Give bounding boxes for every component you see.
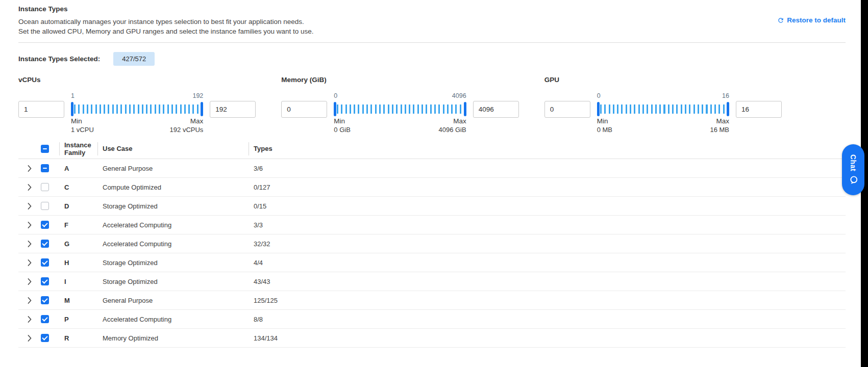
- row-checkbox[interactable]: [41, 277, 49, 285]
- memory-max-input[interactable]: [473, 101, 519, 118]
- use-case-cell: Accelerated Computing: [97, 240, 249, 248]
- memory-slider-section: Memory (GiB) 0 4096 Min Max: [281, 76, 518, 134]
- chat-widget-button[interactable]: Chat: [842, 144, 864, 195]
- expand-row-button[interactable]: [18, 310, 41, 328]
- use-case-cell: Memory Optimized: [97, 334, 249, 342]
- chevron-right-icon: [28, 297, 32, 304]
- expand-row-button[interactable]: [18, 178, 41, 196]
- expand-row-button[interactable]: [18, 234, 41, 253]
- memory-slider-track[interactable]: [334, 101, 466, 117]
- row-checkbox[interactable]: [41, 334, 49, 342]
- row-checkbox-cell: [41, 315, 59, 323]
- types-cell: 125/125: [249, 297, 846, 304]
- expand-row-button[interactable]: [18, 329, 41, 347]
- expand-row-button[interactable]: [18, 197, 41, 215]
- gpu-min-label: Min: [597, 117, 608, 125]
- description-line-1: Ocean automatically manages your instanc…: [18, 17, 846, 27]
- chevron-right-icon: [28, 222, 32, 228]
- memory-max-sublabel: 4096 GiB: [438, 126, 466, 134]
- memory-slider-max-value: 4096: [452, 92, 466, 101]
- types-cell: 0/127: [249, 184, 846, 191]
- selected-summary: Instance Types Selected: 427/572: [18, 51, 846, 66]
- memory-slider-min-handle[interactable]: [334, 102, 336, 116]
- vcpu-slider-max-handle[interactable]: [201, 102, 203, 116]
- vcpu-max-label: Max: [190, 117, 204, 125]
- selected-label: Instance Types Selected:: [18, 55, 100, 63]
- restore-to-default-button[interactable]: Restore to default: [777, 16, 846, 24]
- gpu-slider-track[interactable]: [597, 101, 729, 117]
- chevron-right-icon: [28, 165, 32, 172]
- family-cell: G: [59, 240, 97, 248]
- vcpu-slider-section: vCPUs 1 192 Min Max: [18, 76, 256, 134]
- row-checkbox[interactable]: [41, 183, 49, 191]
- row-checkbox[interactable]: [41, 315, 49, 323]
- column-header-types: Types: [249, 145, 846, 152]
- expand-row-button[interactable]: [18, 159, 41, 177]
- expand-row-button[interactable]: [18, 216, 41, 234]
- gpu-max-label: Max: [716, 117, 729, 125]
- page-title: Instance Types: [18, 5, 846, 13]
- expand-row-button[interactable]: [18, 272, 41, 291]
- vcpu-slider-ticks: [74, 104, 200, 114]
- memory-slider: 0 4096 Min Max 0 GiB 4096 GiB: [334, 92, 466, 134]
- instance-types-panel: Instance Types Ocean automatically manag…: [18, 0, 846, 348]
- chevron-right-icon: [28, 316, 32, 323]
- table-header-row: Instance Family Use Case Types: [18, 139, 846, 159]
- row-checkbox[interactable]: [41, 221, 49, 229]
- memory-slider-title: Memory (GiB): [281, 76, 518, 85]
- row-checkbox[interactable]: [41, 258, 49, 267]
- gpu-slider-min-handle[interactable]: [597, 102, 600, 116]
- instance-family-table: Instance Family Use Case Types A General…: [18, 139, 846, 348]
- types-cell: 8/8: [249, 316, 846, 323]
- gpu-slider: 0 16 Min Max 0 MB 16 MB: [597, 92, 729, 134]
- vcpu-min-input[interactable]: [18, 101, 64, 118]
- row-checkbox[interactable]: [41, 296, 49, 304]
- gpu-slider-max-value: 16: [722, 92, 729, 101]
- gpu-max-input[interactable]: [736, 101, 782, 118]
- vcpu-slider-min-value: 1: [71, 92, 75, 101]
- vcpu-slider-max-value: 192: [192, 92, 203, 101]
- vcpu-min-label: Min: [71, 117, 82, 125]
- table-row: A General Purpose 3/6: [18, 159, 846, 178]
- family-cell: M: [59, 297, 97, 304]
- gpu-min-sublabel: 0 MB: [597, 126, 612, 134]
- vcpu-slider-min-handle[interactable]: [71, 102, 73, 116]
- row-checkbox-cell: [41, 277, 59, 285]
- use-case-cell: General Purpose: [97, 297, 249, 304]
- types-cell: 43/43: [249, 278, 846, 285]
- row-checkbox[interactable]: [41, 240, 49, 248]
- chat-bubble-icon: [849, 175, 858, 185]
- gpu-slider-title: GPU: [544, 76, 782, 85]
- chat-label: Chat: [849, 154, 857, 171]
- family-cell: C: [59, 184, 97, 191]
- chevron-right-icon: [28, 335, 32, 342]
- memory-slider-min-value: 0: [334, 92, 337, 101]
- gpu-slider-section: GPU 0 16 Min Max: [544, 76, 782, 134]
- row-checkbox[interactable]: [41, 164, 49, 172]
- vcpu-max-sublabel: 192 vCPUs: [170, 126, 204, 134]
- panel-description: Ocean automatically manages your instanc…: [18, 17, 846, 36]
- row-checkbox-cell: [41, 296, 59, 304]
- row-checkbox-cell: [41, 240, 59, 248]
- vcpu-slider-track[interactable]: [71, 101, 203, 117]
- table-row: C Compute Optimized 0/127: [18, 178, 846, 197]
- expand-row-button[interactable]: [18, 291, 41, 309]
- use-case-cell: General Purpose: [97, 165, 249, 172]
- types-cell: 0/15: [249, 202, 846, 210]
- table-row: P Accelerated Computing 8/8: [18, 310, 846, 329]
- row-checkbox-cell: [41, 221, 59, 229]
- column-header-family: Instance Family: [59, 141, 97, 156]
- table-row: H Storage Optimized 4/4: [18, 253, 846, 272]
- memory-min-input[interactable]: [281, 101, 327, 118]
- memory-slider-max-handle[interactable]: [464, 102, 466, 116]
- vcpu-max-input[interactable]: [210, 101, 256, 118]
- select-all-checkbox[interactable]: [41, 145, 49, 153]
- expand-row-button[interactable]: [18, 253, 41, 272]
- gpu-slider-max-handle[interactable]: [727, 102, 729, 116]
- gpu-min-input[interactable]: [544, 101, 590, 118]
- row-checkbox[interactable]: [41, 202, 49, 210]
- table-body: A General Purpose 3/6 C Compute Optimize…: [18, 159, 846, 348]
- row-checkbox-cell: [41, 258, 59, 267]
- family-cell: D: [59, 202, 97, 210]
- selected-count-badge: 427/572: [113, 52, 155, 66]
